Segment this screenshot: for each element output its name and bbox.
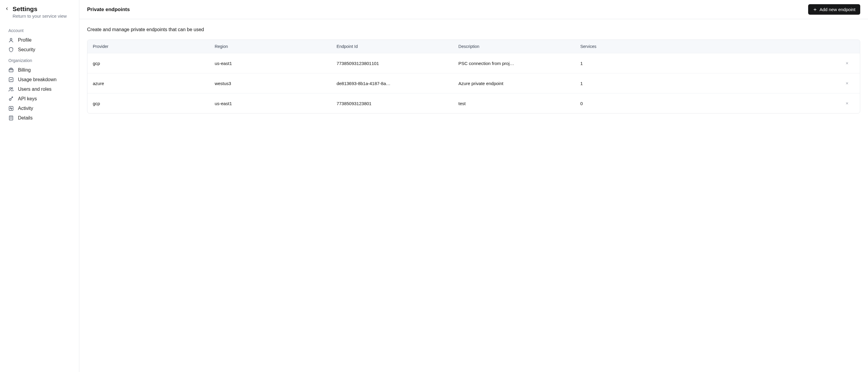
cell-services: 1 [580,61,702,66]
table-header: Provider Region Endpoint Id Description … [87,40,860,53]
sidebar-item-details[interactable]: Details [0,113,79,123]
col-header-services: Services [580,44,702,49]
building-icon [8,115,14,121]
sidebar-header: Settings Return to your service view [0,4,79,25]
cell-endpoint-id: 77385093123801 [336,101,458,106]
svg-point-4 [9,88,11,89]
cell-services: 0 [580,101,702,106]
users-icon [8,87,14,92]
svg-rect-8 [9,116,13,120]
key-icon [8,96,14,102]
cell-provider: gcp [93,101,215,106]
cell-services: 1 [580,81,702,86]
table-row: gcp us-east1 77385093123801 test 0 [87,93,860,113]
chart-icon [8,77,14,82]
sidebar-item-label: Billing [18,67,31,73]
wallet-icon [8,67,14,73]
topbar: Private endpoints Add new endpoint [79,0,868,19]
delete-endpoint-button[interactable] [844,81,850,86]
close-icon [845,82,849,85]
cell-description: PSC connection from proj… [459,61,580,66]
svg-point-0 [10,38,12,40]
cell-provider: gcp [93,61,215,66]
cell-region: us-east1 [215,101,336,106]
page-description: Create and manage private endpoints that… [87,27,860,32]
main-content: Private endpoints Add new endpoint Creat… [79,0,868,372]
sidebar-item-users[interactable]: Users and roles [0,84,79,94]
col-header-endpoint-id: Endpoint Id [336,44,458,49]
cell-provider: azure [93,81,215,86]
back-button[interactable] [5,7,9,11]
sidebar: Settings Return to your service view Acc… [0,0,79,372]
sidebar-item-label: Activity [18,106,33,111]
add-endpoint-label: Add new endpoint [819,7,856,12]
sidebar-item-profile[interactable]: Profile [0,35,79,45]
col-header-region: Region [215,44,336,49]
cell-description: test [459,101,580,106]
endpoints-table: Provider Region Endpoint Id Description … [87,39,860,114]
sidebar-item-api-keys[interactable]: API keys [0,94,79,104]
sidebar-section-organization: Organization [0,55,79,65]
sidebar-item-usage[interactable]: Usage breakdown [0,75,79,84]
shield-icon [8,47,14,52]
cell-region: westus3 [215,81,336,86]
sidebar-section-account: Account [0,25,79,35]
delete-endpoint-button[interactable] [844,101,850,106]
table-row: azure westus3 de813693-8b1a-4187-8a… Azu… [87,73,860,93]
sidebar-item-security[interactable]: Security [0,45,79,55]
chevron-left-icon [5,7,9,11]
sidebar-item-label: Profile [18,37,31,43]
add-endpoint-button[interactable]: Add new endpoint [808,4,860,15]
sidebar-item-label: Users and roles [18,87,52,92]
plus-icon [813,7,817,12]
user-icon [8,37,14,43]
cell-region: us-east1 [215,61,336,66]
svg-point-5 [12,88,13,89]
col-header-description: Description [459,44,580,49]
sidebar-item-label: Security [18,47,35,52]
cell-endpoint-id: de813693-8b1a-4187-8a… [336,81,458,86]
delete-endpoint-button[interactable] [844,60,850,66]
cell-endpoint-id: 77385093123801101 [336,61,458,66]
close-icon [845,102,849,105]
cell-description: Azure private endpoint [459,81,580,86]
sidebar-item-billing[interactable]: Billing [0,65,79,75]
col-header-provider: Provider [93,44,215,49]
sidebar-item-label: API keys [18,96,37,102]
sidebar-item-label: Usage breakdown [18,77,57,82]
page-title: Private endpoints [87,7,130,12]
svg-rect-1 [9,69,13,72]
sidebar-subtitle[interactable]: Return to your service view [12,13,67,19]
activity-icon [8,106,14,111]
sidebar-title: Settings [12,5,67,13]
close-icon [845,61,849,65]
sidebar-item-activity[interactable]: Activity [0,104,79,113]
sidebar-item-label: Details [18,115,33,121]
table-row: gcp us-east1 77385093123801101 PSC conne… [87,53,860,73]
